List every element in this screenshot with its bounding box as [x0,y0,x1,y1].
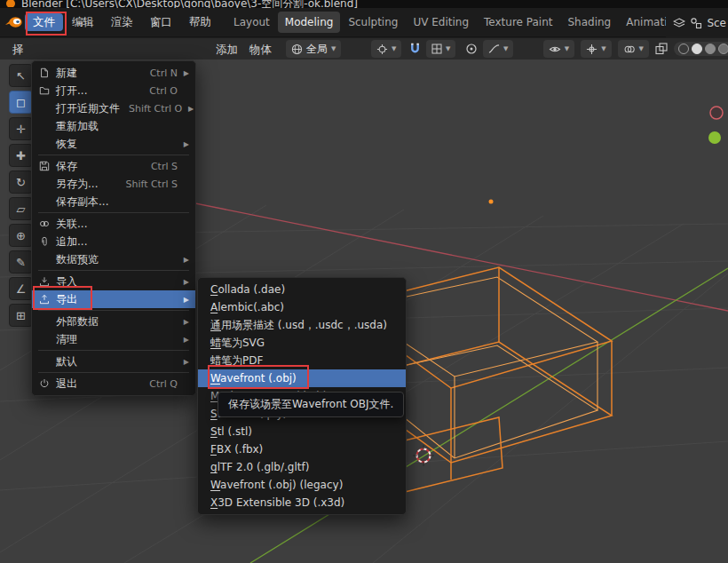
menu-item-label: 新建 [56,66,77,81]
file-menu-item-import[interactable]: 导入▶ [32,273,195,290]
file-menu-item-save-as[interactable]: 另存为...Shift Ctrl S [32,175,195,193]
file-menu-item-quit[interactable]: 退出Ctrl Q [32,375,195,393]
blank-icon [36,253,51,266]
file-menu-item-open[interactable]: 打开...Ctrl O [32,82,195,99]
shading-solid-button[interactable] [692,44,702,54]
snap-magnet-toggle[interactable] [407,40,423,58]
menu-item-label: 打开... [56,83,87,99]
window-titlebar: Blender [C:\Users\CX\Desktop\gong\baoye\… [0,0,728,8]
scene-selector[interactable]: Sce [666,8,728,37]
tool-scale[interactable]: ▱ [9,197,33,220]
snap-target-dropdown[interactable]: ▼ [426,40,455,58]
file-menu-item-revert[interactable]: 重新加载 [32,117,195,135]
file-menu-item-export[interactable]: 导出▶ [32,290,195,308]
file-menu-item-defaults[interactable]: 默认▶ [32,353,195,370]
menubar-menu-window[interactable]: 窗口 [142,13,180,32]
menu-item-label: 追加... [56,234,87,250]
menu-separator [38,372,189,373]
pivot-point-dropdown[interactable]: ▼ [371,40,401,58]
submenu-arrow-icon: ▶ [181,358,189,366]
file-menu-item-data-previews[interactable]: 数据预览▶ [32,250,195,268]
workspace-tab-sculpting[interactable]: Sculpting [341,12,405,33]
tool-annotate[interactable]: ✎ [9,250,33,274]
globe-icon [291,44,303,55]
menubar-menu-edit[interactable]: 编辑 [64,13,102,32]
tool-add-cube[interactable]: ⊞ [9,304,33,327]
menubar-menu-file[interactable]: 文件 [25,13,63,32]
file-menu-item-save-copy[interactable]: 保存副本... [32,193,195,210]
workspace-tabs: LayoutModelingSculptingUV EditingTexture… [226,12,728,33]
chevron-down-icon: ▼ [331,46,336,52]
export-menu-item-gltf[interactable]: glTF 2.0 (.glb/.gltf) [198,458,406,476]
tool-cursor[interactable]: ✛ [9,117,33,140]
menu-add[interactable]: 添加 [216,43,238,58]
export-menu-item-usd[interactable]: 通用场景描述 (.usd，.usdc，.usda) [198,316,406,334]
file-menu-item-save[interactable]: 保存Ctrl S [32,157,195,175]
workspace-tab-texture-paint[interactable]: Texture Paint [477,12,559,33]
workspace-tab-layout[interactable]: Layout [226,12,277,33]
file-menu-item-recover[interactable]: 恢复▶ [32,135,195,153]
file-menu-item-new[interactable]: 新建Ctrl N▶ [32,64,195,82]
overlays-dropdown[interactable]: ▼ [618,40,649,58]
menu-select[interactable]: 择 [12,43,24,58]
menu-object[interactable]: 物体 [249,43,272,58]
menu-item-shortcut: Ctrl Q [140,378,178,390]
menu-item-label: 退出 [56,377,77,392]
visibility-dropdown[interactable]: ▼ [543,40,574,58]
workspace-tab-uv-editing[interactable]: UV Editing [406,12,476,33]
menu-item-label: 恢复 [56,137,77,152]
blank-icon [36,315,51,328]
export-menu-item-alembic[interactable]: Alembic(.abc) [198,298,406,316]
axis-gizmo[interactable] [708,107,723,144]
gizmo-dropdown[interactable]: ▼ [581,40,611,58]
tool-move[interactable]: ✚ [9,144,33,167]
blank-icon [36,138,51,150]
submenu-arrow-icon: ▶ [181,318,189,326]
xray-toggle[interactable] [655,40,668,58]
export-menu-item-grease-pencil-pdf[interactable]: 蜡笔为PDF [198,352,406,369]
falloff-curve-icon [488,44,500,54]
export-menu-item-fbx[interactable]: FBX (.fbx) [198,440,406,458]
file-menu-item-append[interactable]: 追加... [32,233,195,250]
menubar-menu-render[interactable]: 渲染 [103,13,141,32]
export-menu-item-stl[interactable]: Stl (.stl) [198,423,406,440]
tool-select-box[interactable]: ◻ [9,91,33,114]
export-menu-item-grease-pencil-svg[interactable]: 蜡笔为SVG [198,334,406,352]
workspace-tab-modeling[interactable]: Modeling [278,12,341,33]
scene-name-label: Sce [707,17,726,29]
file-menu-item-clean-up[interactable]: 清理▶ [32,330,195,348]
menu-item-label: 保存副本... [56,194,108,210]
export-menu-item-wavefront-obj[interactable]: Wavefront (.obj) [198,369,406,387]
shading-material-button[interactable] [705,44,716,54]
blender-logo[interactable] [4,13,23,31]
proportional-editing-toggle[interactable] [463,40,479,58]
file-menu-item-link[interactable]: 关联... [32,215,195,233]
tool-transform[interactable]: ⊕ [9,224,33,247]
menu-item-label: 导入 [56,274,77,289]
menu-item-label: 关联... [56,217,87,232]
export-menu-item-wavefront-legacy[interactable]: Wavefront (.obj) (legacy) [198,476,406,494]
tool-measure[interactable]: ∠ [9,277,33,300]
blank-icon [36,178,51,190]
shading-rendered-button[interactable] [718,44,728,54]
tool-rotate[interactable]: ↻ [9,170,33,194]
orientation-label: 全局 [306,44,328,54]
proportional-falloff-dropdown[interactable]: ▼ [483,40,513,58]
submenu-arrow-icon: ▶ [181,296,189,304]
file-menu-item-external-data[interactable]: 外部数据▶ [32,313,195,330]
menu-item-label: 打开近期文件 [56,101,120,116]
export-menu-item-collada[interactable]: Collada (.dae) [198,281,406,298]
gizmo-y-ball [708,131,721,144]
menu-item-shortcut: Ctrl S [142,161,178,172]
menubar-menu-help[interactable]: 帮助 [181,13,219,32]
workspace-tab-shading[interactable]: Shading [560,12,618,33]
menu-item-shortcut: Ctrl O [140,85,178,97]
tool-select-tweak[interactable]: ↖ [9,64,33,87]
shading-wireframe-button[interactable] [678,44,689,54]
file-menu-item-open-recent[interactable]: 打开近期文件Shift Ctrl O▶ [32,99,195,117]
export-menu-item-x3d[interactable]: X3D Extensible 3D (.x3d) [198,494,406,511]
file-menu: 新建Ctrl N▶打开...Ctrl O打开近期文件Shift Ctrl O▶重… [31,60,196,396]
menu-separator [38,155,189,155]
transform-orientation-dropdown[interactable]: 全局 ▼ [286,40,341,58]
menu-item-label: FBX (.fbx) [210,443,263,456]
